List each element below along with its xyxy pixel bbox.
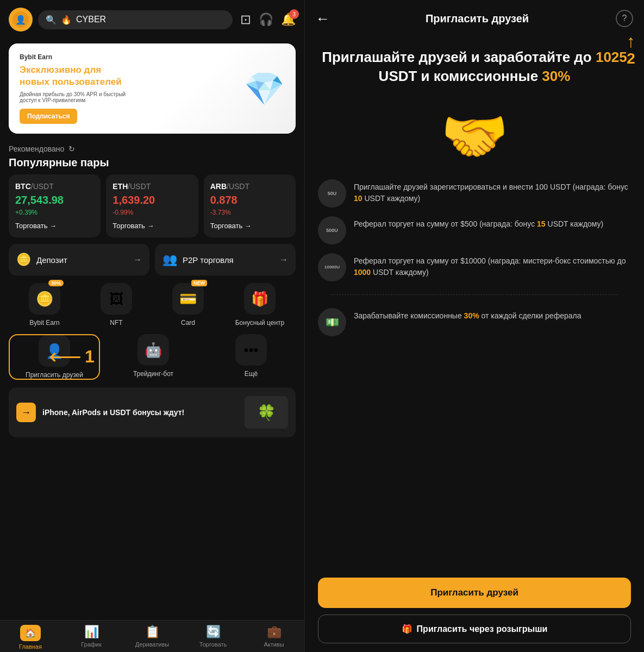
banner-illustration: 💎 [244, 70, 285, 108]
hero-text-2: USDT и комиссионные [379, 68, 542, 84]
reward-icon-3: 10000U [318, 253, 346, 281]
quick-invite-friends[interactable]: 👤 Пригласить друзей [9, 334, 100, 380]
trade-icon: 🔄 [206, 625, 221, 639]
quick-more[interactable]: ••• Ещё [207, 334, 296, 380]
pair-card-arb[interactable]: ARB/USDT 0.878 -3.73% Торговать → [204, 174, 296, 237]
cta-invite-button[interactable]: Пригласить друзей [318, 578, 631, 608]
nav-chart[interactable]: 📊 График [61, 625, 122, 650]
pair-trade-arb[interactable]: Торговать → [210, 222, 289, 230]
reward-item-3: 10000U Реферал торгует на сумму от $1000… [318, 253, 631, 281]
pair-price-btc: 27,543.98 [15, 194, 94, 206]
reward-text-1: Приглашайте друзей зарегистрироваться и … [354, 179, 631, 204]
bottom-nav: 🏠 Главная 📊 График 📋 Деривативы 🔄 Торгов… [0, 620, 304, 652]
quick-bonus[interactable]: 🎁 Бонусный центр [224, 283, 296, 327]
rewards-list: 50U Приглашайте друзей зарегистрироватьс… [305, 174, 644, 342]
more-icon: ••• [235, 334, 267, 366]
promo-left: → iPhone, AirPods и USDT бонусы ждут! [16, 403, 184, 422]
nav-home[interactable]: 🏠 Главная [0, 625, 61, 650]
notification-badge: 3 [289, 9, 299, 19]
pair-trade-eth[interactable]: Торговать → [112, 222, 191, 230]
invite-icon: 👤 [39, 335, 70, 367]
nav-assets[interactable]: 💼 Активы [243, 625, 304, 650]
banner-headline: Эксклюзивно для новых пользователей [20, 64, 128, 88]
hero-highlight-1: 1025 [596, 49, 627, 65]
nav-chart-label: График [81, 641, 102, 648]
deposit-arrow: → [133, 255, 142, 265]
right-title: Пригласить друзей [339, 12, 616, 25]
pairs-grid: BTC/USDT 27,543.98 +0.39% Торговать → ET… [0, 174, 304, 244]
right-panel: ← Пригласить друзей ? ↑ 2 Приглашайте др… [304, 0, 644, 652]
top-bar: 👤 🔍 🔥 CYBER ⊡ 🎧 🔔 3 [0, 0, 304, 39]
avatar[interactable]: 👤 [9, 8, 33, 32]
pair-price-eth: 1,639.20 [112, 194, 191, 206]
deposit-button[interactable]: 🪙 Депозит → [9, 244, 149, 275]
more-label: Ещё [245, 370, 258, 378]
banner-subscribe-button[interactable]: Подписаться [20, 109, 77, 124]
search-bar[interactable]: 🔍 🔥 CYBER [38, 10, 233, 29]
quick-bybit-earn[interactable]: 🪙 30% Bybit Earn [9, 283, 80, 327]
pair-price-arb: 0.878 [210, 194, 289, 206]
giveaway-icon: 🎁 [402, 624, 412, 634]
promo-banner: Bybit Earn Эксклюзивно для новых пользов… [9, 43, 296, 134]
nav-trade-label: Торговать [199, 641, 227, 648]
home-icon: 🏠 [20, 625, 41, 641]
nav-derivatives[interactable]: 📋 Деривативы [122, 625, 183, 650]
p2p-button[interactable]: 👥 P2P торговля → [155, 244, 296, 275]
p2p-arrow: → [279, 255, 288, 265]
cta-giveaway-button[interactable]: 🎁 Пригласить через розыгрыши [318, 615, 631, 643]
hero-highlight-2: 30% [542, 68, 570, 84]
bonus-label: Бонусный центр [235, 319, 285, 327]
friends-illustration: 🤝 [441, 104, 509, 168]
cta-secondary-label: Пригласить через розыгрыши [417, 624, 548, 634]
quick-icons-row2-wrapper: 👤 Пригласить друзей 🤖 Трейдинг-бот ••• Е… [0, 334, 304, 387]
refresh-icon[interactable]: ↻ [68, 145, 75, 153]
fire-icon: 🔥 [61, 15, 72, 25]
hero-illustration: 🤝 [305, 93, 644, 174]
invite-label: Пригласить друзей [26, 371, 83, 379]
commission-icon: 💵 [318, 308, 346, 336]
nav-derivatives-label: Деривативы [135, 641, 169, 648]
search-icon: 🔍 [46, 15, 57, 25]
p2p-label: P2P торговля [183, 255, 234, 265]
annotation-2: ↑ 2 [627, 33, 635, 67]
nav-home-label: Главная [19, 643, 42, 650]
back-button[interactable]: ← [316, 10, 330, 27]
right-header: ← Пригласить друзей ? ↑ 2 [305, 0, 644, 37]
quick-icons-row1: 🪙 30% Bybit Earn 🖼 NFT 💳 NEW Card 🎁 Бону… [0, 283, 304, 334]
p2p-icon: 👥 [162, 253, 177, 267]
promo-arrow-btn[interactable]: → [16, 403, 36, 422]
trading-bot-icon: 🤖 [137, 334, 169, 366]
section-title: Популярные пары [0, 156, 304, 174]
reward-item-1: 50U Приглашайте друзей зарегистрироватьс… [318, 179, 631, 208]
step-arrow-up-icon: ↑ [627, 33, 635, 50]
quick-icons-row2: 👤 Пригласить друзей 🤖 Трейдинг-бот ••• Е… [0, 334, 304, 387]
notification-icon[interactable]: 🔔 3 [281, 12, 296, 27]
nav-assets-label: Активы [264, 641, 284, 648]
reward-commission: 💵 Зарабатывайте комиссионные 30% от кажд… [318, 308, 631, 336]
reward-icon-2: 500U [318, 216, 346, 244]
assets-icon: 💼 [267, 625, 282, 639]
help-icon: ? [622, 14, 627, 23]
nav-trade[interactable]: 🔄 Торговать [183, 625, 243, 650]
pair-card-eth[interactable]: ETH/USDT 1,639.20 -0.99% Торговать → [106, 174, 198, 237]
deposit-label: Депозит [36, 255, 67, 265]
recommended-label: Рекомендовано [9, 145, 64, 153]
quick-nft[interactable]: 🖼 NFT [80, 283, 152, 327]
quick-trading-bot[interactable]: 🤖 Трейдинг-бот [109, 334, 198, 380]
scan-icon[interactable]: ⊡ [240, 12, 251, 27]
pair-change-eth: -0.99% [112, 209, 191, 216]
help-button[interactable]: ? [616, 10, 633, 27]
headset-icon[interactable]: 🎧 [259, 12, 273, 27]
top-icons: ⊡ 🎧 🔔 3 [240, 12, 296, 27]
promo-text: iPhone, AirPods и USDT бонусы ждут! [42, 408, 184, 417]
pair-trade-btc[interactable]: Торговать → [15, 222, 94, 230]
quick-card[interactable]: 💳 NEW Card [152, 283, 224, 327]
pair-name-eth: ETH/USDT [112, 182, 191, 191]
hero-title: Приглашайте друзей и заработайте до 1025… [321, 48, 628, 86]
search-query: CYBER [76, 15, 106, 24]
pair-card-btc[interactable]: BTC/USDT 27,543.98 +0.39% Торговать → [9, 174, 101, 237]
deposit-icon: 🪙 [16, 253, 31, 267]
banner-left: Bybit Earn Эксклюзивно для новых пользов… [20, 53, 128, 124]
section-header: Рекомендовано ↻ [0, 138, 304, 156]
left-panel: 👤 🔍 🔥 CYBER ⊡ 🎧 🔔 3 Bybit Earn Эксклюзив… [0, 0, 304, 652]
